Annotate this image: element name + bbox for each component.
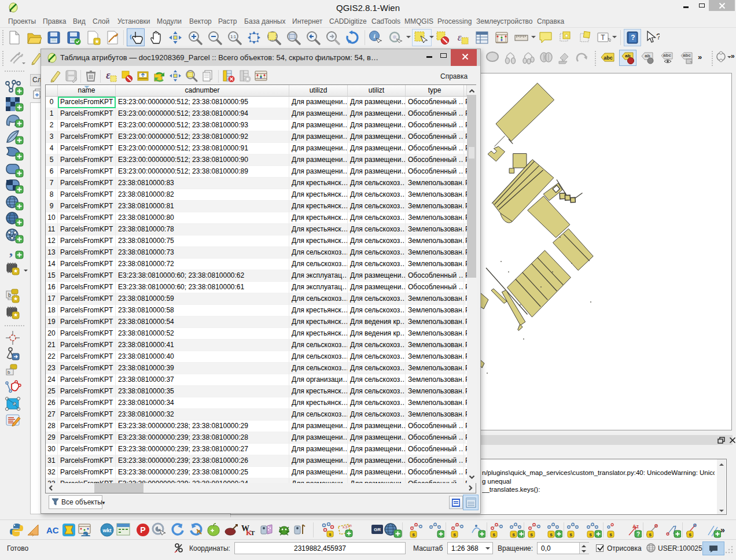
svg-text:T: T — [601, 34, 605, 42]
svg-text:?: ? — [656, 31, 660, 41]
svg-text:x,y,m: x,y,m — [342, 523, 352, 529]
svg-text:»: » — [731, 52, 735, 60]
svg-text:»: » — [698, 53, 702, 61]
svg-text:s: s — [550, 532, 553, 537]
svg-text:abc: abc — [683, 53, 691, 58]
svg-text:T: T — [251, 529, 255, 536]
svg-text:s: s — [530, 532, 533, 537]
svg-text:s: s — [589, 532, 592, 537]
svg-text:s: s — [492, 532, 495, 537]
svg-text:abc: abc — [663, 53, 671, 58]
svg-text:ε: ε — [458, 32, 462, 43]
svg-text:?: ? — [636, 531, 640, 537]
svg-text:s: s — [412, 532, 415, 537]
svg-text:wkt: wkt — [102, 528, 111, 533]
svg-text:1:1: 1:1 — [230, 35, 236, 39]
svg-text:?: ? — [631, 34, 635, 42]
svg-text:»: » — [720, 525, 725, 535]
svg-text:s: s — [649, 532, 652, 537]
svg-text:b: b — [8, 292, 11, 298]
svg-text:s: s — [689, 532, 691, 537]
svg-text:ε: ε — [106, 69, 111, 81]
svg-text:s: s — [512, 532, 515, 537]
svg-text:ab: ab — [645, 53, 650, 58]
svg-text:s: s — [329, 532, 332, 537]
svg-text:,: , — [9, 244, 13, 258]
svg-text:abc: abc — [603, 55, 613, 61]
svg-text:AC: AC — [46, 525, 59, 535]
svg-text:P: P — [140, 525, 145, 535]
svg-text:s: s — [569, 532, 572, 537]
svg-text:b: b — [8, 370, 10, 375]
svg-text:s: s — [609, 532, 612, 537]
svg-text:GR: GR — [374, 527, 381, 532]
svg-text:s: s — [453, 532, 456, 537]
